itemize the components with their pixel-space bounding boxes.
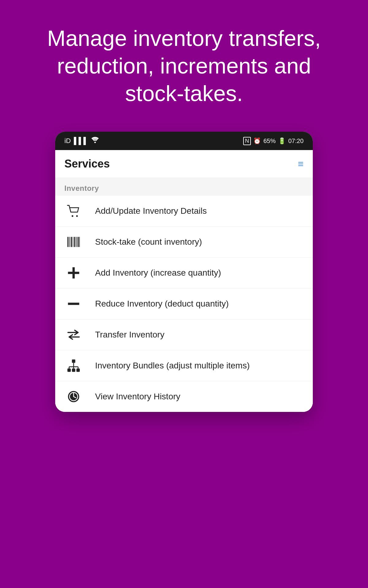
svg-rect-9 (78, 237, 79, 247)
svg-rect-16 (72, 368, 75, 372)
battery-icon: 🔋 (278, 137, 286, 145)
menu-item-label-view-history: View Inventory History (95, 391, 180, 402)
menu-item-label-inventory-bundles: Inventory Bundles (adjust multiple items… (95, 360, 250, 371)
svg-rect-4 (69, 237, 70, 247)
menu-item-reduce-inventory[interactable]: Reduce Inventory (deduct quantity) (55, 288, 313, 319)
bundles-icon (64, 359, 83, 372)
svg-rect-5 (71, 237, 72, 247)
battery-label: 65% (263, 138, 276, 145)
menu-item-add-inventory[interactable]: Add Inventory (increase quantity) (55, 258, 313, 288)
svg-rect-8 (76, 237, 77, 247)
svg-rect-10 (79, 237, 80, 247)
section-label: Inventory (55, 178, 313, 196)
history-icon (64, 390, 83, 403)
hero-title: Manage inventory transfers, reduction, i… (37, 24, 331, 107)
menu-item-add-update[interactable]: Add/Update Inventory Details (55, 196, 313, 227)
status-right: N ⏰ 65% 🔋 07:20 (243, 137, 304, 145)
svg-rect-14 (72, 360, 75, 363)
menu-item-label-add-inventory: Add Inventory (increase quantity) (95, 267, 221, 278)
menu-item-label-add-update: Add/Update Inventory Details (95, 205, 207, 217)
signal-icon: ▌▌▌ (74, 137, 88, 145)
alarm-icon: ⏰ (253, 137, 261, 145)
time-label: 07:20 (288, 138, 304, 145)
app-header: Services ≡ (55, 150, 313, 178)
menu-item-view-history[interactable]: View Inventory History (55, 381, 313, 412)
svg-point-1 (72, 215, 74, 217)
svg-rect-12 (68, 272, 79, 274)
minus-icon (64, 297, 83, 311)
svg-rect-13 (68, 303, 79, 305)
svg-rect-3 (67, 237, 69, 247)
transfer-icon (64, 328, 83, 341)
svg-rect-6 (73, 237, 73, 247)
hamburger-icon[interactable]: ≡ (298, 159, 304, 169)
carrier-label: iD (64, 137, 71, 145)
barcode-icon (64, 235, 83, 249)
menu-item-label-transfer-inventory: Transfer Inventory (95, 329, 164, 340)
nfc-icon: N (243, 137, 251, 145)
hero-section: Manage inventory transfers, reduction, i… (0, 0, 368, 126)
menu-item-label-stock-take: Stock-take (count inventory) (95, 236, 202, 247)
app-title: Services (64, 157, 110, 170)
svg-rect-15 (67, 368, 71, 372)
menu-list: Inventory Add/Update Inventory Details (55, 178, 313, 412)
menu-item-label-reduce-inventory: Reduce Inventory (deduct quantity) (95, 298, 229, 309)
svg-rect-17 (76, 368, 80, 372)
menu-item-stock-take[interactable]: Stock-take (count inventory) (55, 227, 313, 258)
wifi-icon (91, 137, 99, 145)
status-left: iD ▌▌▌ (64, 137, 99, 145)
menu-item-inventory-bundles[interactable]: Inventory Bundles (adjust multiple items… (55, 350, 313, 381)
svg-rect-7 (74, 237, 75, 247)
svg-point-2 (76, 215, 78, 217)
svg-point-0 (94, 142, 96, 143)
cart-icon (64, 204, 83, 218)
plus-icon (64, 266, 83, 280)
status-bar: iD ▌▌▌ N ⏰ 65% 🔋 07:20 (55, 132, 313, 150)
menu-item-transfer-inventory[interactable]: Transfer Inventory (55, 319, 313, 350)
phone-mockup: iD ▌▌▌ N ⏰ 65% 🔋 07:20 Services ≡ Inven (55, 132, 313, 412)
